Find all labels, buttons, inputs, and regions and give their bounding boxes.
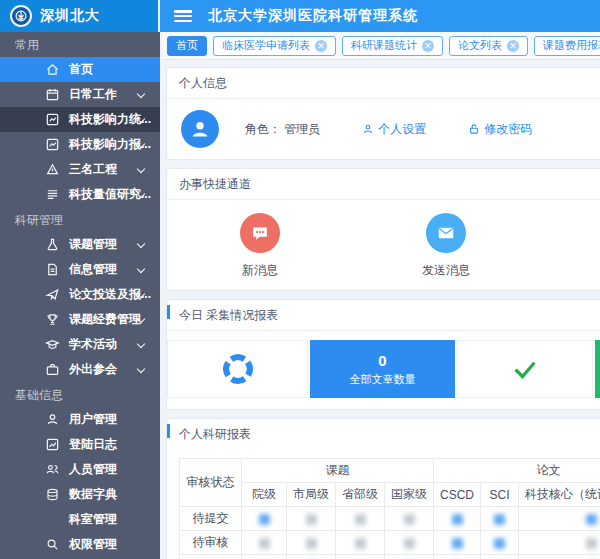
chevron-down-icon bbox=[137, 365, 145, 373]
tab-research-project-stats[interactable]: 科研课题统计 ✕ bbox=[342, 36, 443, 56]
chevron-down-icon bbox=[137, 165, 145, 173]
new-message-button[interactable]: 新消息 bbox=[167, 213, 353, 279]
personal-info-body: 角色： 管理员 个人设置 修改密码 bbox=[167, 99, 600, 159]
personal-settings-link[interactable]: 个人设置 bbox=[362, 121, 426, 138]
sidebar: 常用 首页 日常工作 科技影响力统... 科技影响力报... 三名工程 bbox=[0, 32, 160, 559]
chevron-down-icon bbox=[137, 240, 145, 248]
sidebar-item-conference-out[interactable]: 外出参会 bbox=[0, 357, 160, 382]
briefcase-icon bbox=[45, 362, 60, 377]
blurred-value[interactable] bbox=[355, 538, 366, 549]
table-row: 已通过 bbox=[180, 555, 600, 559]
blurred-value[interactable] bbox=[494, 514, 505, 525]
personal-info-title: 个人信息 bbox=[167, 68, 600, 99]
envelope-icon bbox=[426, 213, 466, 253]
sidebar-item-home[interactable]: 首页 bbox=[0, 57, 160, 82]
personal-report-title: 个人科研报表 bbox=[167, 419, 600, 449]
chevron-down-icon bbox=[137, 90, 145, 98]
blurred-value[interactable] bbox=[355, 514, 366, 525]
close-icon[interactable]: ✕ bbox=[422, 40, 434, 52]
graduation-cap-icon bbox=[45, 337, 60, 352]
personal-report-panel: 个人科研报表 审核状态 课题 论文 院级 市局级 省部级 国家级 bbox=[166, 418, 600, 559]
today-report-title: 今日 采集情况报表 bbox=[167, 300, 600, 331]
change-password-link[interactable]: 修改密码 bbox=[468, 121, 532, 138]
header-main: 北京大学深圳医院科研管理系统 bbox=[160, 0, 600, 32]
app-window: 深圳北大 北京大学深圳医院科研管理系统 常用 首页 日常工作 科技影响力统...… bbox=[0, 0, 600, 559]
sidebar-item-tech-value-research[interactable]: 科技量值研究... bbox=[0, 182, 160, 207]
sidebar-item-three-famous-project[interactable]: 三名工程 bbox=[0, 157, 160, 182]
sidebar-item-academic-activity[interactable]: 学术活动 bbox=[0, 332, 160, 357]
table-sub-header-row: 院级 市局级 省部级 国家级 CSCD SCI 科技核心（统计源）期刊 bbox=[180, 483, 600, 507]
sidebar-item-data-dictionary[interactable]: 数据字典 bbox=[0, 482, 160, 507]
checkmark-icon bbox=[510, 354, 540, 384]
blurred-value[interactable] bbox=[494, 538, 505, 549]
table-row: 待审核 bbox=[180, 531, 600, 555]
people-icon bbox=[45, 462, 60, 477]
sidebar-item-permission-mgmt[interactable]: 权限管理 bbox=[0, 532, 160, 557]
blurred-value[interactable] bbox=[259, 538, 270, 549]
personal-info-panel: 个人信息 角色： 管理员 个人设置 修改密码 bbox=[166, 67, 600, 160]
sidebar-item-info-mgmt[interactable]: 信息管理 bbox=[0, 257, 160, 282]
quick-channel-body: 新消息 发送消息 通知公告 bbox=[167, 200, 600, 290]
sidebar-item-department-mgmt[interactable]: 科室管理 bbox=[0, 507, 160, 532]
loading-spinner-box bbox=[167, 340, 308, 398]
role-text: 角色： 管理员 bbox=[245, 121, 320, 138]
blurred-value[interactable] bbox=[259, 514, 270, 525]
list-icon bbox=[45, 187, 60, 202]
blurred-value[interactable] bbox=[452, 538, 463, 549]
send-message-button[interactable]: 发送消息 bbox=[353, 213, 539, 279]
close-icon[interactable]: ✕ bbox=[507, 40, 519, 52]
paper-plane-icon bbox=[45, 287, 60, 302]
no-icon bbox=[45, 512, 60, 527]
sidebar-item-tech-influence-stats[interactable]: 科技影响力统... bbox=[0, 107, 160, 132]
calendar-icon bbox=[45, 87, 60, 102]
quick-channel-title: 办事快捷通道 bbox=[167, 169, 600, 200]
tab-clinical-application-list[interactable]: 临床医学申请列表 ✕ bbox=[213, 36, 336, 56]
document-icon bbox=[45, 262, 60, 277]
sidebar-item-user-mgmt[interactable]: 用户管理 bbox=[0, 407, 160, 432]
col-group-papers: 论文 bbox=[434, 459, 600, 483]
hamburger-menu-icon[interactable] bbox=[174, 10, 192, 22]
tab-paper-list[interactable]: 论文列表 ✕ bbox=[449, 36, 528, 56]
close-icon[interactable]: ✕ bbox=[315, 40, 327, 52]
green-stat-box bbox=[595, 340, 600, 398]
tab-home[interactable]: 首页 bbox=[167, 36, 207, 56]
quick-channel-panel: 办事快捷通道 新消息 发送消息 bbox=[166, 168, 600, 291]
blurred-value[interactable] bbox=[306, 538, 317, 549]
tab-bar: 首页 临床医学申请列表 ✕ 科研课题统计 ✕ 论文列表 ✕ 课题费用报表 ✕ 用… bbox=[162, 32, 600, 60]
chart-line-icon bbox=[45, 437, 60, 452]
stat-label: 全部文章数量 bbox=[350, 372, 416, 387]
blurred-value[interactable] bbox=[404, 538, 415, 549]
user-icon bbox=[362, 123, 374, 135]
notice-announcement-button[interactable]: 通知公告 bbox=[539, 213, 600, 279]
flask-icon bbox=[45, 237, 60, 252]
blurred-value[interactable] bbox=[586, 538, 597, 549]
blurred-value[interactable] bbox=[586, 514, 597, 525]
blurred-value[interactable] bbox=[306, 514, 317, 525]
home-icon bbox=[45, 62, 60, 77]
spinner-icon bbox=[221, 352, 255, 386]
tab-project-fee-report[interactable]: 课题费用报表 ✕ bbox=[534, 36, 600, 56]
blurred-value[interactable] bbox=[404, 514, 415, 525]
sidebar-item-login-log[interactable]: 登陆日志 bbox=[0, 432, 160, 457]
col-header-status: 审核状态 bbox=[180, 459, 242, 507]
sidebar-item-paper-submission[interactable]: 论文投送及报... bbox=[0, 282, 160, 307]
avatar bbox=[181, 110, 219, 148]
logo-area: 深圳北大 bbox=[0, 0, 160, 32]
sidebar-item-project-funds[interactable]: 课题经费管理 bbox=[0, 307, 160, 332]
database-icon bbox=[45, 487, 60, 502]
blurred-value[interactable] bbox=[452, 514, 463, 525]
chevron-down-icon bbox=[137, 340, 145, 348]
sidebar-item-tech-influence-report[interactable]: 科技影响力报... bbox=[0, 132, 160, 157]
success-check-box bbox=[457, 340, 593, 398]
table-row: 待提交 bbox=[180, 507, 600, 531]
sidebar-item-personnel-mgmt[interactable]: 人员管理 bbox=[0, 457, 160, 482]
sidebar-item-daily-work[interactable]: 日常工作 bbox=[0, 82, 160, 107]
main-content: 个人信息 角色： 管理员 个人设置 修改密码 bbox=[160, 61, 600, 559]
personal-report-table-wrap: 审核状态 课题 论文 院级 市局级 省部级 国家级 CSCD SCI 科技核心（… bbox=[167, 449, 600, 559]
sidebar-item-project-mgmt[interactable]: 课题管理 bbox=[0, 232, 160, 257]
search-icon bbox=[45, 537, 60, 552]
hospital-logo-icon bbox=[10, 5, 32, 27]
total-articles-stat[interactable]: 0 全部文章数量 bbox=[310, 340, 455, 398]
sidebar-group-basic-info: 基础信息 bbox=[0, 382, 160, 407]
report-table: 审核状态 课题 论文 院级 市局级 省部级 国家级 CSCD SCI 科技核心（… bbox=[179, 458, 600, 559]
